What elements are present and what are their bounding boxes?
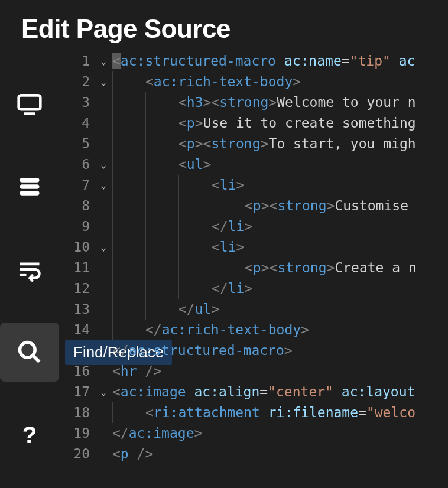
fold-chevron-icon[interactable]: ⌄	[95, 382, 112, 402]
code-line[interactable]: </ac:rich-text-body>	[112, 320, 448, 340]
code-editor[interactable]: 1⌄2⌄3456⌄7⌄8910⌄11121314151617⌄181920 <a…	[59, 51, 448, 480]
gutter-row: 6⌄	[59, 154, 112, 175]
line-number: 17	[59, 382, 95, 402]
gutter-row: 17⌄	[59, 382, 112, 402]
fold-chevron-icon[interactable]: ⌄	[95, 71, 112, 92]
fold-chevron-icon[interactable]: ⌄	[95, 237, 112, 258]
code-line[interactable]: <li>	[112, 175, 448, 196]
svg-rect-3	[20, 184, 40, 188]
gutter-row: 20	[59, 444, 112, 464]
main-area: Find/Replace ? 1⌄2⌄3456⌄7⌄8910⌄111213141…	[0, 51, 448, 480]
line-number: 13	[59, 299, 95, 320]
fold-chevron-icon[interactable]: ⌄	[95, 175, 112, 196]
gutter-row: 10⌄	[59, 237, 112, 258]
preview-button[interactable]	[0, 74, 59, 134]
code-line[interactable]: <p />	[112, 444, 448, 464]
line-number: 14	[59, 320, 95, 340]
gutter: 1⌄2⌄3456⌄7⌄8910⌄11121314151617⌄181920	[59, 51, 112, 480]
code-line[interactable]: </ul>	[112, 299, 448, 320]
line-number: 11	[59, 258, 95, 278]
code-line[interactable]: <p><strong>Create a n	[112, 258, 448, 278]
svg-rect-2	[20, 178, 40, 182]
line-number: 20	[59, 444, 95, 464]
svg-point-7	[20, 343, 35, 358]
stack-icon	[17, 174, 43, 200]
line-number: 6	[59, 154, 95, 175]
code-line[interactable]: </ac:image>	[112, 423, 448, 444]
find-replace-button[interactable]: Find/Replace	[0, 323, 59, 382]
code-line[interactable]: <ac:structured-macro ac:name="tip" ac	[112, 51, 448, 71]
gutter-row: 14	[59, 320, 112, 340]
gutter-row: 18	[59, 402, 112, 423]
line-number: 1	[59, 51, 95, 71]
line-number: 18	[59, 402, 95, 423]
code-line[interactable]: <ac:image ac:align="center" ac:layout	[112, 382, 448, 402]
gutter-row: 2⌄	[59, 71, 112, 92]
code-line[interactable]: <ri:attachment ri:filename="welco	[112, 402, 448, 423]
code-line[interactable]: <p><strong>Customise	[112, 196, 448, 216]
line-number: 3	[59, 92, 95, 113]
code-line[interactable]: </li>	[112, 216, 448, 237]
line-number: 5	[59, 134, 95, 154]
code-content[interactable]: <ac:structured-macro ac:name="tip" ac<ac…	[112, 51, 448, 480]
code-line[interactable]: </li>	[112, 278, 448, 299]
wrap-icon	[17, 256, 43, 282]
page-title: Edit Page Source	[21, 14, 427, 44]
gutter-row: 7⌄	[59, 175, 112, 196]
line-number: 8	[59, 196, 95, 216]
code-line[interactable]: <hr />	[112, 361, 448, 382]
line-number: 10	[59, 237, 95, 258]
gutter-row: 1⌄	[59, 51, 112, 71]
search-icon	[17, 339, 43, 365]
gutter-row: 12	[59, 278, 112, 299]
code-line[interactable]: <p>Use it to create something	[112, 113, 448, 134]
sidebar: Find/Replace ?	[0, 51, 59, 480]
gutter-row: 5	[59, 134, 112, 154]
gutter-row: 19	[59, 423, 112, 444]
code-line[interactable]: </ac:structured-macro>	[112, 340, 448, 361]
code-line[interactable]: <ac:rich-text-body>	[112, 71, 448, 92]
monitor-icon	[17, 91, 43, 117]
data-button[interactable]	[0, 157, 59, 216]
line-number: 2	[59, 71, 95, 92]
code-line[interactable]: <p><strong>To start, you migh	[112, 134, 448, 154]
fold-chevron-icon[interactable]: ⌄	[95, 51, 112, 71]
svg-line-8	[33, 356, 40, 362]
svg-rect-4	[20, 191, 40, 195]
line-number: 19	[59, 423, 95, 444]
fold-chevron-icon[interactable]: ⌄	[95, 154, 112, 175]
line-number: 7	[59, 175, 95, 196]
gutter-row: 9	[59, 216, 112, 237]
help-button[interactable]: ?	[0, 405, 59, 464]
line-number: 4	[59, 113, 95, 134]
svg-rect-0	[19, 95, 41, 109]
wrap-button[interactable]	[0, 240, 59, 299]
gutter-row: 13	[59, 299, 112, 320]
gutter-row: 4	[59, 113, 112, 134]
code-line[interactable]: <h3><strong>Welcome to your n	[112, 92, 448, 113]
header: Edit Page Source	[0, 0, 448, 51]
gutter-row: 11	[59, 258, 112, 278]
line-number: 9	[59, 216, 95, 237]
gutter-row: 3	[59, 92, 112, 113]
code-line[interactable]: <ul>	[112, 154, 448, 175]
line-number: 12	[59, 278, 95, 299]
gutter-row: 8	[59, 196, 112, 216]
help-icon: ?	[22, 422, 37, 448]
code-line[interactable]: <li>	[112, 237, 448, 258]
